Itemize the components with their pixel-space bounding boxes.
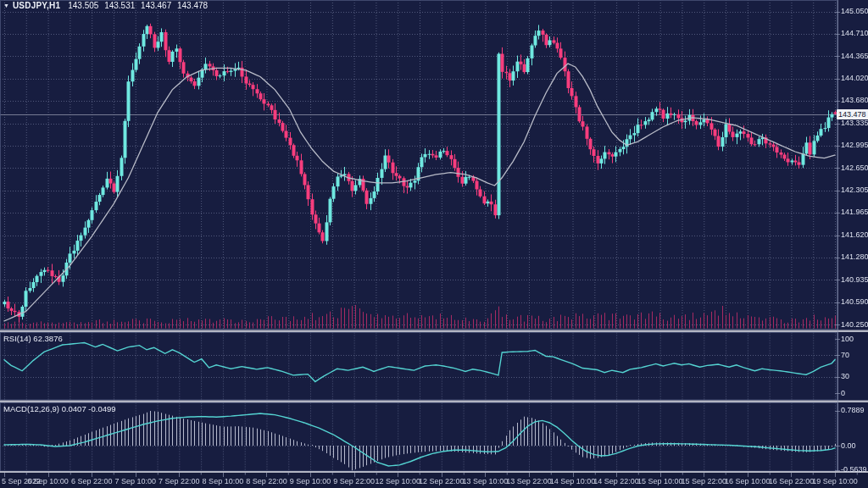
trading-chart-window: ▼USDJPY,H1143.505 143.531 143.467 143.47… [0,0,868,488]
symbol-dropdown-icon[interactable]: ▼ [3,1,9,11]
price-chart-canvas[interactable] [0,0,868,488]
